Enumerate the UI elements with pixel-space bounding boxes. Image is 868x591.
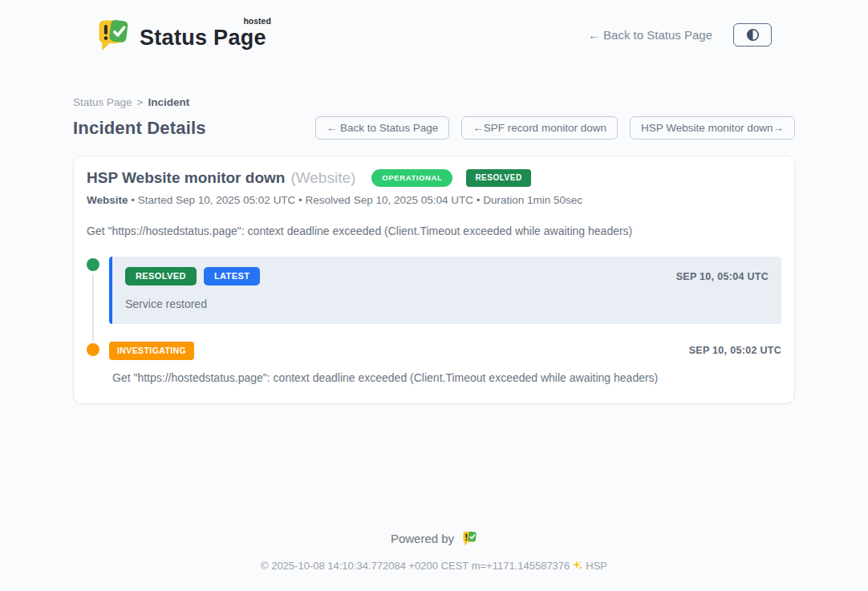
header-back-link[interactable]: ← Back to Status Page [588, 28, 712, 42]
header: Status Page hosted ← Back to Status Page [0, 0, 868, 58]
copyright-suffix: HSP [586, 560, 607, 572]
incident-title-row: HSP Website monitor down (Website) OPERA… [87, 169, 781, 187]
incident-component: Website [87, 194, 128, 206]
powered-by-link[interactable]: Powered by [391, 530, 477, 546]
timeline-message: Service restored [125, 298, 769, 310]
breadcrumb-separator: > [137, 96, 144, 108]
breadcrumb: Status Page>Incident [73, 96, 795, 108]
incident-meta: Website • Started Sep 10, 2025 05:02 UTC… [87, 194, 781, 206]
incident-nav-buttons: ← Back to Status Page ←SPF record monito… [315, 116, 795, 140]
incident-meta-times: • Started Sep 10, 2025 05:02 UTC • Resol… [128, 194, 583, 206]
timeline-timestamp: SEP 10, 05:04 UTC [676, 271, 769, 282]
sparkles-icon [572, 561, 583, 573]
logo-superscript: hosted [243, 16, 270, 26]
heading-row: Incident Details ← Back to Status Page ←… [73, 116, 795, 140]
back-to-status-page-button[interactable]: ← Back to Status Page [315, 116, 450, 140]
contrast-icon [745, 27, 761, 43]
powered-by-label: Powered by [391, 532, 454, 545]
footer: Powered by © 2025-10-08 14:10:34.772084 … [0, 530, 868, 573]
next-incident-button[interactable]: HSP Website monitor down→ [630, 116, 795, 140]
page-title: Incident Details [73, 118, 206, 139]
timeline-message: Get "https://hostedstatus.page": context… [109, 371, 781, 384]
latest-update-box: RESOLVED LATEST SEP 10, 05:04 UTC Servic… [109, 257, 781, 324]
incident-title: HSP Website monitor down [87, 169, 285, 187]
timeline-timestamp: SEP 10, 05:02 UTC [689, 345, 781, 356]
incident-timeline: RESOLVED LATEST SEP 10, 05:04 UTC Servic… [87, 257, 781, 384]
prev-incident-button[interactable]: ←SPF record monitor down [461, 116, 618, 140]
incident-description: Get "https://hostedstatus.page": context… [87, 225, 781, 237]
copyright-text: © 2025-10-08 14:10:34.772084 +0200 CEST … [261, 560, 570, 572]
timeline-item-resolved: RESOLVED LATEST SEP 10, 05:04 UTC Servic… [87, 257, 781, 324]
timeline-item-investigating: INVESTIGATING SEP 10, 05:02 UTC Get "htt… [87, 342, 781, 384]
timeline-dot-resolved [87, 258, 99, 271]
timeline-latest-badge: LATEST [204, 267, 260, 285]
incident-card: HSP Website monitor down (Website) OPERA… [73, 156, 795, 404]
main-content: Status Page>Incident Incident Details ← … [73, 58, 795, 404]
timeline-investigating-badge: INVESTIGATING [109, 342, 194, 360]
operational-badge: OPERATIONAL [371, 169, 452, 187]
theme-toggle-button[interactable] [733, 23, 772, 47]
breadcrumb-status-page[interactable]: Status Page [73, 96, 132, 108]
logo-text: Status Page [140, 26, 266, 50]
copyright-line: © 2025-10-08 14:10:34.772084 +0200 CEST … [0, 560, 868, 573]
footer-logo-icon [461, 530, 477, 546]
resolved-badge: RESOLVED [466, 169, 530, 187]
incident-scope: (Website) [290, 169, 355, 187]
logo[interactable]: Status Page hosted [95, 17, 266, 52]
logo-icon [95, 17, 130, 52]
header-actions: ← Back to Status Page [588, 23, 772, 47]
timeline-dot-investigating [87, 343, 99, 356]
timeline-resolved-badge: RESOLVED [125, 267, 197, 285]
breadcrumb-incident: Incident [148, 96, 189, 108]
